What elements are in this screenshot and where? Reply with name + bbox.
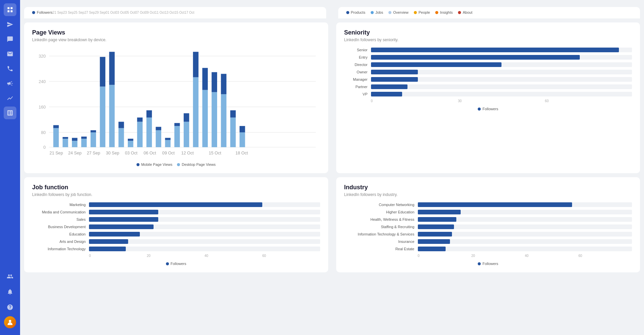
h-bar-row: Insurance <box>344 239 632 244</box>
h-axis-tick: 40 <box>204 254 262 258</box>
sidebar-phone-icon[interactable] <box>4 62 16 75</box>
seniority-followers: Followers <box>478 107 498 111</box>
h-axis-tick: 0 <box>371 99 458 103</box>
h-bar-row: Director <box>344 62 632 67</box>
tab-overview[interactable]: Overview <box>388 10 408 14</box>
svg-rect-25 <box>100 86 105 147</box>
job-function-panel: Job function LinkedIn followers by job f… <box>24 177 328 272</box>
h-bar-track <box>89 224 320 229</box>
sidebar-send-icon[interactable] <box>4 18 16 31</box>
h-bar-row: Real Estate <box>344 247 632 251</box>
h-bar-fill <box>371 77 418 82</box>
h-bar-row: Information Technology <box>32 247 320 251</box>
h-bar-row: Computer Networking <box>344 202 632 207</box>
tab-about[interactable]: About <box>458 10 472 14</box>
svg-rect-0 <box>8 7 10 9</box>
svg-rect-43 <box>184 122 189 147</box>
h-bar-track <box>371 48 632 52</box>
svg-rect-3 <box>11 10 13 12</box>
svg-rect-54 <box>230 110 236 118</box>
h-bar-row: Education <box>32 232 320 237</box>
sidebar-people-icon[interactable] <box>4 270 16 283</box>
svg-rect-31 <box>128 141 133 147</box>
followers-legend-item: Followers <box>32 10 53 14</box>
svg-rect-55 <box>240 132 245 147</box>
svg-rect-22 <box>81 137 87 139</box>
h-bar-fill <box>418 217 456 222</box>
svg-rect-44 <box>184 113 189 122</box>
sidebar-megaphone-icon[interactable] <box>4 77 16 90</box>
industry-followers-label: Followers <box>482 262 498 266</box>
sidebar-grid-icon[interactable] <box>4 3 16 16</box>
industry-bars: Computer NetworkingHigher EducationHealt… <box>344 202 632 251</box>
followers-label: Followers <box>37 10 53 14</box>
svg-text:12 Oct: 12 Oct <box>181 151 194 155</box>
h-bar-label: Staffing & Recruiting <box>344 225 418 229</box>
tab-products[interactable]: Products <box>346 10 365 14</box>
h-bar-label: Partner <box>344 85 371 89</box>
svg-text:03 Oct: 03 Oct <box>125 151 137 155</box>
svg-text:06 Oct: 06 Oct <box>144 151 156 155</box>
svg-text:24 Sep: 24 Sep <box>68 151 82 155</box>
h-bar-label: Director <box>344 63 371 67</box>
svg-rect-48 <box>202 68 208 90</box>
followers-legend: Followers <box>32 10 53 14</box>
h-bar-track <box>89 202 320 207</box>
svg-point-4 <box>9 320 11 322</box>
user-avatar[interactable] <box>4 316 16 328</box>
h-bar-fill <box>89 232 140 237</box>
h-bar-row: Business Development <box>32 224 320 229</box>
svg-rect-37 <box>156 130 161 147</box>
sidebar-chart-icon[interactable] <box>4 92 16 105</box>
industry-legend: Followers <box>344 262 632 266</box>
svg-rect-39 <box>165 140 170 147</box>
svg-rect-53 <box>230 118 236 147</box>
sidebar-chat-icon[interactable] <box>4 33 16 46</box>
sidebar-help-icon[interactable] <box>4 301 16 314</box>
h-bar-row: Media and Communication <box>32 210 320 214</box>
h-bar-label: Manager <box>344 77 371 81</box>
svg-text:30 Sep: 30 Sep <box>106 151 119 155</box>
svg-rect-35 <box>147 118 152 147</box>
about-label: About <box>463 10 472 14</box>
sidebar-mail-icon[interactable] <box>4 48 16 60</box>
h-axis-tick: 0 <box>89 254 147 258</box>
h-axis-tick: 20 <box>147 254 205 258</box>
h-bar-fill <box>418 224 454 229</box>
h-bar-track <box>371 70 632 74</box>
svg-rect-50 <box>212 72 217 92</box>
svg-text:15 Oct: 15 Oct <box>209 151 221 155</box>
h-bar-track <box>371 55 632 60</box>
h-bar-track <box>418 210 632 214</box>
svg-rect-30 <box>118 122 124 128</box>
sidebar-table-icon[interactable] <box>4 107 16 119</box>
mobile-label: Mobile Page Views <box>141 162 172 166</box>
desktop-label: Desktop Page Views <box>182 162 215 166</box>
h-bar-fill <box>418 232 452 237</box>
content-grid: Page Views LinkedIn page view breakdown … <box>20 18 644 276</box>
svg-rect-21 <box>81 139 87 147</box>
h-bar-label: Education <box>32 232 89 236</box>
tab-insights[interactable]: Insights <box>435 10 453 14</box>
h-bar-fill <box>371 48 619 52</box>
row-2: Job function LinkedIn followers by job f… <box>24 177 640 272</box>
svg-rect-51 <box>221 94 226 147</box>
h-bar-track <box>89 247 320 251</box>
h-bar-label: Health, Wellness & Fitness <box>344 217 418 221</box>
tab-jobs[interactable]: Jobs <box>371 10 383 14</box>
tabs-partial-panel: Products Jobs Overview People Insights A… <box>338 7 640 18</box>
page-views-title: Page Views <box>32 29 320 36</box>
svg-text:27 Sep: 27 Sep <box>87 151 100 155</box>
page-views-panel: Page Views LinkedIn page view breakdown … <box>24 22 328 173</box>
svg-rect-38 <box>156 127 161 130</box>
page-views-subtitle: LinkedIn page view breakdown by device. <box>32 38 320 42</box>
h-axis-tick: 40 <box>525 254 578 258</box>
h-bar-fill <box>418 239 450 244</box>
h-bar-track <box>89 210 320 214</box>
page-views-svg: 320 240 160 80 0 <box>32 48 320 158</box>
h-bar-fill <box>89 224 154 229</box>
h-axis-tick: 30 <box>458 99 545 103</box>
tab-people[interactable]: People <box>414 10 430 14</box>
h-bar-track <box>89 239 320 244</box>
sidebar-bell-icon[interactable] <box>4 285 16 298</box>
